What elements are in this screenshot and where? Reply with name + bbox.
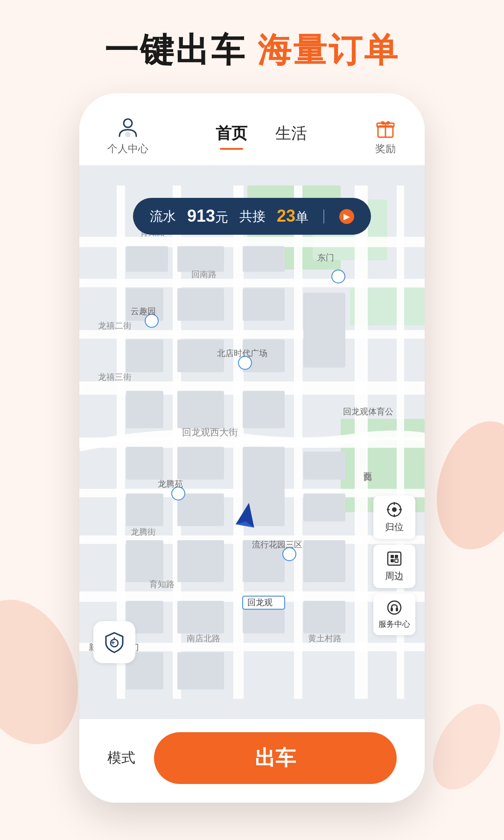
revenue-value: 913元: [187, 206, 228, 226]
svg-rect-44: [303, 494, 345, 522]
svg-rect-46: [177, 540, 224, 582]
svg-point-1: [125, 132, 131, 137]
svg-text:育知路: 育知路: [149, 580, 175, 589]
svg-rect-54: [177, 652, 224, 690]
top-nav: 个人中心 首页 生活: [79, 93, 425, 165]
svg-rect-37: [243, 391, 285, 428]
svg-rect-95: [396, 608, 398, 611]
svg-rect-38: [126, 447, 163, 480]
svg-text:回龙观西大街: 回龙观西大街: [182, 427, 238, 437]
gift-icon: [374, 117, 397, 139]
go-button[interactable]: 出车: [154, 732, 397, 784]
headline-part1: 一键出车: [105, 31, 246, 69]
svg-rect-88: [388, 552, 401, 565]
svg-text:回龙观: 回龙观: [247, 598, 273, 607]
svg-rect-92: [395, 559, 398, 562]
locate-button[interactable]: 归位: [373, 496, 415, 539]
svg-rect-41: [177, 494, 224, 526]
svg-text:回南路: 回南路: [191, 270, 217, 279]
tab-home-underline: [220, 148, 243, 150]
svg-rect-12: [79, 330, 425, 339]
orders-label: 共接: [239, 208, 266, 225]
svg-point-74: [283, 548, 296, 561]
nearby-button[interactable]: 周边: [373, 545, 415, 588]
tab-home[interactable]: 首页: [216, 123, 247, 150]
svg-rect-91: [391, 559, 394, 562]
svg-point-65: [332, 270, 345, 283]
svg-point-69: [238, 357, 252, 370]
stats-arrow[interactable]: ▶: [339, 209, 354, 224]
shield-icon: +: [102, 630, 126, 654]
svg-point-0: [124, 119, 132, 127]
svg-rect-90: [395, 555, 398, 558]
svg-rect-11: [79, 279, 425, 287]
bg-decoration-right: [423, 411, 504, 559]
svg-text:龙腾苑: 龙腾苑: [158, 479, 183, 489]
person-icon: [117, 117, 139, 139]
mode-button[interactable]: 模式: [107, 749, 135, 768]
svg-rect-50: [177, 601, 224, 634]
svg-text:龙禧三街: 龙禧三街: [98, 372, 132, 382]
svg-rect-39: [177, 447, 224, 480]
service-button[interactable]: 服务中心: [373, 594, 415, 635]
svg-rect-26: [177, 246, 224, 272]
svg-text:黄土村路: 黄土村路: [308, 634, 342, 643]
svg-rect-10: [79, 237, 425, 247]
svg-point-83: [392, 507, 397, 512]
service-icon: [386, 599, 403, 616]
svg-rect-28: [126, 288, 163, 321]
svg-text:云趣园: 云趣园: [131, 307, 156, 316]
svg-rect-29: [177, 288, 224, 321]
svg-rect-27: [243, 246, 285, 272]
map-side-buttons: 归位 周边: [373, 496, 415, 635]
svg-text:龙禧二街: 龙禧二街: [98, 321, 132, 330]
svg-rect-40: [126, 494, 163, 526]
nearby-icon: [386, 550, 403, 567]
bottom-bar: 模式 出车: [79, 719, 425, 803]
nav-personal-center[interactable]: 个人中心: [107, 117, 148, 156]
nav-tabs: 首页 生活: [216, 123, 307, 150]
personal-center-label: 个人中心: [107, 142, 148, 156]
svg-text:南店北路: 南店北路: [187, 634, 220, 643]
svg-rect-89: [391, 555, 394, 558]
svg-rect-45: [126, 540, 163, 582]
stats-bar: 流水 913元 共接 23单 ▶: [133, 198, 371, 235]
shield-button[interactable]: +: [93, 621, 135, 663]
svg-rect-30: [243, 288, 285, 321]
svg-text:北店时代广场: 北店时代广场: [217, 349, 267, 358]
svg-point-67: [145, 315, 158, 328]
headline-part2: 海量订单: [258, 31, 399, 69]
svg-text:龙腾街: 龙腾街: [131, 527, 156, 537]
headline: 一键出车 海量订单: [0, 28, 504, 73]
svg-rect-34: [303, 293, 345, 368]
map-area[interactable]: 育知路 回南路 龙禧二街 龙禧三街 回龙观西大街 龙腾街 育知路 南店北路 黄土…: [79, 165, 425, 719]
locate-icon: [386, 501, 403, 518]
svg-rect-52: [303, 601, 345, 634]
svg-rect-25: [126, 246, 168, 272]
phone-inner: 个人中心 首页 生活: [79, 93, 425, 803]
svg-rect-36: [177, 391, 224, 428]
svg-rect-43: [303, 452, 345, 480]
svg-rect-31: [126, 340, 163, 372]
nearby-label: 周边: [385, 570, 404, 582]
phone-frame: 个人中心 首页 生活: [79, 93, 425, 803]
bg-decoration-right2: [419, 692, 504, 801]
revenue-label: 流水: [150, 208, 176, 225]
svg-rect-35: [126, 391, 163, 428]
rewards-label: 奖励: [375, 142, 396, 156]
locate-label: 归位: [385, 521, 404, 533]
svg-point-72: [172, 487, 185, 500]
nav-rewards[interactable]: 奖励: [374, 117, 397, 156]
svg-text:流行花园三区: 流行花园三区: [252, 540, 302, 549]
svg-text:+: +: [111, 639, 115, 646]
svg-rect-94: [391, 608, 393, 611]
svg-point-93: [388, 601, 401, 614]
svg-rect-48: [303, 540, 345, 582]
tab-life[interactable]: 生活: [275, 123, 307, 150]
orders-value: 23单: [277, 206, 308, 226]
svg-text:东门: 东门: [317, 253, 334, 262]
service-label: 服务中心: [378, 619, 410, 630]
stats-divider: [323, 210, 324, 224]
svg-text:回龙观体育公: 回龙观体育公: [343, 407, 393, 416]
